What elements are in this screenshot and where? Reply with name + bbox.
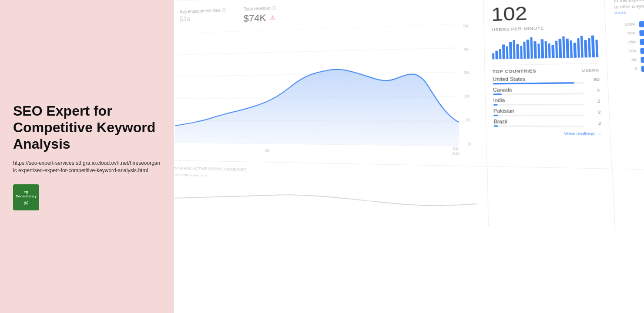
- country-count: 4: [588, 88, 600, 93]
- h-bar-row: 10K: [616, 45, 644, 54]
- learn-more-link[interactable]: learn more: [614, 0, 644, 16]
- country-bar-bg: [493, 93, 584, 95]
- h-bar-label: 10K: [616, 49, 637, 53]
- dashboard-perspective: Avg engagement time ⓘ 51s Total revenue …: [174, 0, 644, 313]
- mini-bar-item: [566, 38, 569, 58]
- mini-bar-item: [499, 49, 502, 60]
- country-info: Pakistan: [493, 108, 585, 116]
- h-bar-label: 0: [617, 67, 638, 71]
- country-info: Brazil: [493, 119, 585, 127]
- page-url[interactable]: https://seo-expert-services.s3.gra.io.cl…: [13, 160, 161, 174]
- bottom-insights-label: [623, 176, 644, 179]
- bottom-chart-area: HOW ARE ACTIVE USERS TRENDING? User acti…: [174, 160, 488, 226]
- bottom-chart-svg: [174, 178, 477, 216]
- h-bar-fill: [640, 38, 644, 45]
- metrics-row: Avg engagement time ⓘ 51s Total revenue …: [179, 0, 473, 27]
- mini-bar-item: [496, 51, 498, 60]
- bottom-rt-area: [487, 166, 615, 231]
- country-bar-bg: [493, 115, 585, 117]
- country-name: Brazil: [493, 119, 585, 125]
- mini-bar-item: [588, 38, 591, 57]
- country-info: United States: [493, 76, 583, 84]
- mini-bar-item: [577, 38, 580, 57]
- page-title: SEO Expert for Competitive Keyword Analy…: [13, 103, 161, 153]
- bottom-title: [617, 79, 644, 80]
- mini-bar-item: [562, 36, 566, 58]
- h-bar-label: 5K: [617, 58, 637, 63]
- country-bar-bg: [494, 125, 585, 127]
- country-name: United States: [493, 76, 583, 82]
- mini-bar-item: [555, 41, 558, 58]
- country-bar-fill: [493, 115, 498, 116]
- svg-line-0: [179, 24, 457, 33]
- country-count: 2: [590, 121, 601, 126]
- mini-bar-item: [520, 46, 522, 59]
- country-info: India: [493, 97, 584, 106]
- h-bar-fill: [640, 47, 644, 54]
- bottom-insights-area: [612, 169, 644, 238]
- country-bar-fill: [493, 82, 574, 84]
- h-bar-label: 25K: [616, 40, 637, 45]
- mini-bar-item: [523, 42, 526, 59]
- h-bar-bg: [640, 45, 644, 54]
- country-bar-fill: [493, 104, 498, 105]
- mini-bar-chart: [492, 33, 598, 60]
- mini-bar-item: [584, 40, 587, 57]
- h-bar-fill: [641, 57, 644, 63]
- logo-icon: @: [24, 200, 29, 206]
- engagement-value: 51s: [179, 14, 226, 23]
- insights-description: In the expertise, you can either do some…: [614, 0, 644, 16]
- mini-bar-item: [530, 37, 533, 58]
- mini-bar-item: [570, 40, 573, 58]
- mini-bar-item: [541, 39, 544, 59]
- h-bar-label: 50K: [615, 31, 636, 36]
- revenue-value: $74K: [243, 12, 266, 24]
- y-axis: 5K 4K 3K 2K 1K 0: [463, 23, 471, 147]
- top-countries-header: TOP COUNTRIES USERS: [493, 67, 599, 74]
- logo-badge: YE Consultancy @: [13, 184, 39, 210]
- h-bar-row: 100K: [615, 18, 644, 28]
- country-count: 80: [588, 77, 600, 82]
- h-bar-fill: [641, 66, 644, 72]
- mini-bar-item: [513, 40, 516, 59]
- country-row: United States 80: [493, 76, 600, 85]
- mini-bar-item: [492, 53, 495, 60]
- country-bar-bg: [493, 104, 584, 106]
- mini-bar-item: [559, 39, 562, 58]
- mini-bar-item: [544, 41, 547, 58]
- country-bar-bg: [493, 82, 584, 85]
- engagement-metric: Avg engagement time ⓘ 51s: [179, 7, 226, 27]
- countries-list: United States 80 Canada 4 India 2 Pakist…: [493, 76, 601, 127]
- country-name: India: [493, 97, 584, 103]
- mini-bar-item: [580, 36, 584, 57]
- mini-bar-item: [537, 43, 540, 59]
- mini-bar-item: [552, 45, 555, 58]
- h-bar-bg: [641, 64, 644, 72]
- mini-bar-item: [527, 39, 530, 59]
- h-bar-fill: [639, 28, 644, 36]
- left-panel: SEO Expert for Competitive Keyword Analy…: [0, 0, 174, 313]
- country-row: India 2: [493, 97, 600, 106]
- h-bar-fill: [639, 18, 644, 27]
- h-bar-row: 50K: [615, 27, 644, 37]
- bottom-row: HOW ARE ACTIVE USERS TRENDING? User acti…: [174, 160, 644, 238]
- mini-bar-item: [534, 41, 537, 59]
- country-name: Pakistan: [493, 108, 585, 114]
- h-bar-bg: [639, 18, 644, 27]
- mini-bar-item: [548, 43, 551, 58]
- line-chart-container: 5K 4K 3K 2K 1K 0: [174, 23, 475, 156]
- country-row: Brazil 2: [493, 119, 601, 127]
- realtime-number: 102: [491, 1, 597, 23]
- country-row: Canada 4: [493, 87, 600, 95]
- revenue-metric: Total revenue ⓘ $74K ⚠: [243, 5, 276, 24]
- mini-bar-item: [573, 43, 576, 58]
- revenue-label: Total revenue ⓘ: [244, 5, 276, 13]
- horizontal-bar-chart: 100K 50K 25K 10K 5K 0: [615, 18, 644, 72]
- view-realtime-link[interactable]: View realtime →: [494, 131, 602, 137]
- dashboard-container: Avg engagement time ⓘ 51s Total revenue …: [174, 0, 644, 313]
- divider: [493, 63, 599, 65]
- h-bar-label: 100K: [615, 22, 636, 27]
- mini-bar-item: [591, 35, 595, 57]
- alert-icon: ⚠: [270, 14, 276, 21]
- mini-bar-item: [595, 40, 599, 57]
